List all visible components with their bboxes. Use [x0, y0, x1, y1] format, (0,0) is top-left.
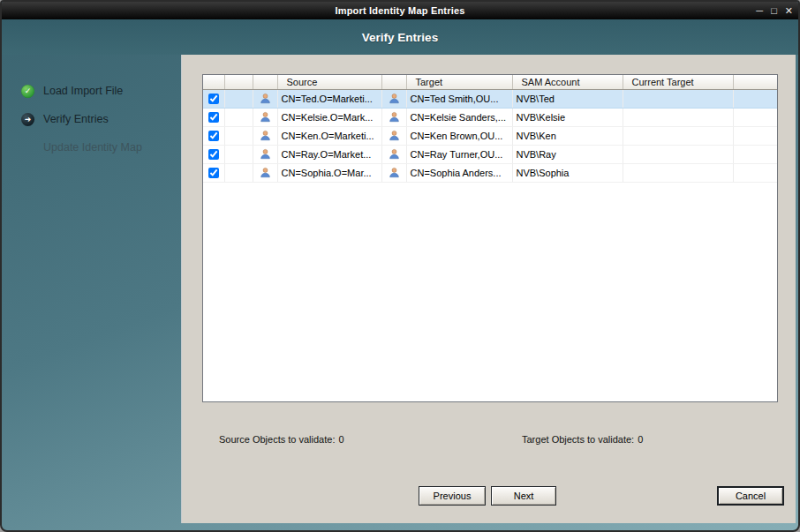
col-header-target[interactable]: Target	[406, 75, 512, 89]
blank-cell	[224, 145, 253, 163]
row-checkbox[interactable]	[208, 131, 219, 141]
row-checkbox[interactable]	[208, 149, 219, 160]
user-icon	[260, 93, 271, 103]
next-button[interactable]: Next	[491, 486, 556, 506]
previous-button[interactable]: Previous	[419, 486, 486, 506]
step-update-identity-map: Update Identity Map	[43, 139, 142, 156]
sam-account-cell: NVB\Ray	[512, 145, 623, 163]
table-header-row: Source Target SAM Account Current Target	[203, 75, 777, 89]
checkbox-cell	[203, 126, 224, 145]
current-target-cell	[623, 145, 733, 163]
col-header-source[interactable]: Source	[277, 75, 381, 89]
filler-cell	[733, 126, 777, 145]
filler-cell	[733, 108, 777, 126]
row-checkbox[interactable]	[208, 94, 219, 104]
sam-account-cell: NVB\Ken	[512, 126, 623, 145]
user-icon	[260, 130, 271, 140]
col-header-source-icon[interactable]	[253, 75, 277, 89]
filler-cell	[733, 163, 777, 182]
checkbox-cell	[203, 89, 224, 108]
titlebar: Import Identity Map Entries ─ □ ✕	[2, 2, 798, 19]
source-cell: CN=Kelsie.O=Mark...	[277, 108, 381, 126]
col-header-filler	[733, 75, 777, 89]
source-objects-status: Source Objects to validate:0	[219, 434, 344, 445]
source-cell: CN=Ken.O=Marketi...	[277, 126, 381, 145]
row-checkbox[interactable]	[208, 168, 219, 178]
step-load-import-file[interactable]: ✓ Load Import File	[21, 82, 123, 100]
target-cell: CN=Kelsie Sanders,...	[406, 108, 512, 126]
source-cell: CN=Sophia.O=Mar...	[277, 163, 381, 182]
target-icon-cell	[381, 108, 406, 126]
blank-cell	[224, 126, 253, 145]
user-icon	[260, 111, 271, 122]
col-header-target-icon[interactable]	[381, 75, 406, 89]
close-button[interactable]: ✕	[785, 6, 793, 16]
current-target-cell	[623, 89, 733, 108]
user-icon	[389, 167, 400, 177]
current-target-cell	[623, 126, 733, 145]
table-row[interactable]: CN=Kelsie.O=Mark...CN=Kelsie Sanders,...…	[203, 108, 777, 126]
col-header-current-target[interactable]: Current Target	[623, 75, 733, 89]
row-checkbox[interactable]	[208, 112, 219, 123]
source-cell: CN=Ray.O=Market...	[277, 145, 381, 163]
target-icon-cell	[381, 145, 406, 163]
table-row[interactable]: CN=Ray.O=Market...CN=Ray Turner,OU...NVB…	[203, 145, 777, 163]
target-icon-cell	[381, 89, 406, 108]
target-cell: CN=Ted Smith,OU...	[406, 89, 512, 108]
cancel-button[interactable]: Cancel	[717, 486, 784, 506]
window-title: Import Identity Map Entries	[335, 5, 464, 16]
source-icon-cell	[253, 163, 277, 182]
step-label: Verify Entries	[43, 113, 109, 125]
target-cell: CN=Ray Turner,OU...	[406, 145, 512, 163]
filler-cell	[733, 89, 777, 108]
maximize-button[interactable]: □	[771, 6, 777, 16]
dialog-window: Import Identity Map Entries ─ □ ✕ Verify…	[0, 0, 800, 532]
current-target-cell	[623, 108, 733, 126]
source-icon-cell	[253, 108, 277, 126]
entries-table: Source Target SAM Account Current Target…	[202, 74, 778, 402]
main-panel: Source Target SAM Account Current Target…	[181, 55, 796, 523]
source-icon-cell	[253, 126, 277, 145]
user-icon	[389, 93, 400, 103]
col-header-checkbox[interactable]	[203, 75, 224, 89]
sam-account-cell: NVB\Ted	[512, 89, 623, 108]
checkbox-cell	[203, 163, 224, 182]
source-icon-cell	[253, 89, 277, 108]
filler-cell	[733, 145, 777, 163]
current-target-cell	[623, 163, 733, 182]
target-icon-cell	[381, 126, 406, 145]
user-icon	[389, 148, 400, 159]
table-row[interactable]: CN=Ted.O=Marketi...CN=Ted Smith,OU...NVB…	[203, 89, 777, 108]
table-row[interactable]: CN=Sophia.O=Mar...CN=Sophia Anders...NVB…	[203, 163, 777, 182]
step-label: Update Identity Map	[43, 141, 142, 154]
target-icon-cell	[381, 163, 406, 182]
blank-cell	[224, 163, 253, 182]
user-icon	[260, 167, 271, 177]
sam-account-cell: NVB\Kelsie	[512, 108, 623, 126]
blank-cell	[224, 89, 253, 108]
col-header-blank[interactable]	[224, 75, 253, 89]
checkbox-cell	[203, 108, 224, 126]
table-body: CN=Ted.O=Marketi...CN=Ted Smith,OU...NVB…	[203, 89, 777, 182]
page-title: Verify Entries	[362, 31, 438, 44]
target-cell: CN=Sophia Anders...	[406, 163, 512, 182]
sam-account-cell: NVB\Sophia	[512, 163, 623, 182]
source-cell: CN=Ted.O=Marketi...	[277, 89, 381, 108]
blank-cell	[224, 108, 253, 126]
target-cell: CN=Ken Brown,OU...	[406, 126, 512, 145]
checkbox-cell	[203, 145, 224, 163]
step-verify-entries[interactable]: ➜ Verify Entries	[21, 110, 109, 128]
step-label: Load Import File	[43, 85, 123, 97]
col-header-sam-account[interactable]: SAM Account	[512, 75, 623, 89]
check-icon: ✓	[21, 85, 34, 98]
user-icon	[389, 111, 400, 122]
user-icon	[389, 130, 400, 140]
wizard-header: Verify Entries	[2, 19, 798, 55]
minimize-button[interactable]: ─	[756, 6, 763, 16]
user-icon	[260, 148, 271, 159]
arrow-icon: ➜	[21, 113, 34, 126]
table-row[interactable]: CN=Ken.O=Marketi...CN=Ken Brown,OU...NVB…	[203, 126, 777, 145]
wizard-steps: ✓ Load Import File ➜ Verify Entries Upda…	[2, 55, 181, 530]
target-objects-status: Target Objects to validate:0	[522, 434, 643, 445]
titlebar-controls: ─ □ ✕	[756, 2, 793, 19]
